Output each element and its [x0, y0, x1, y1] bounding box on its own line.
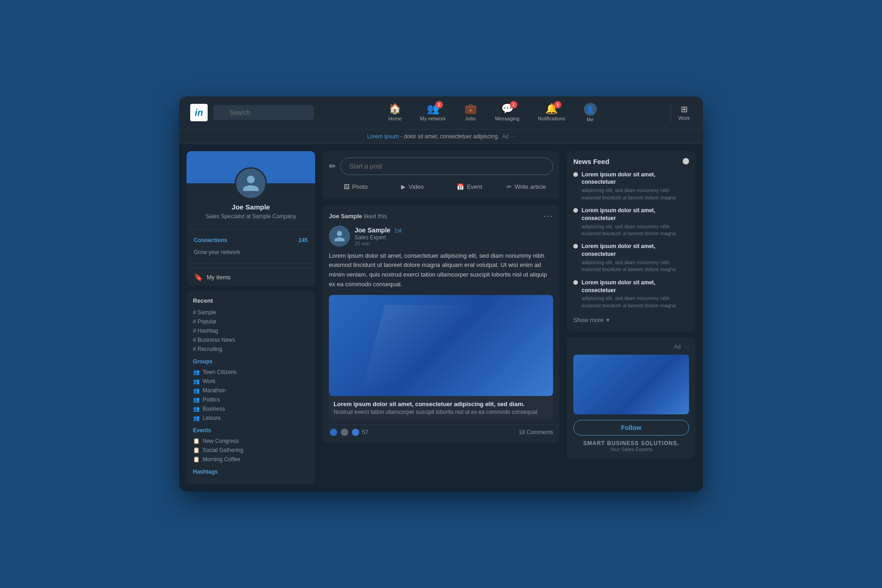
nav-notifications[interactable]: 🔔 1 Notifications — [536, 99, 567, 126]
post-image-caption: Lorem ipsum dolor sit amet, consectetuer… — [329, 396, 553, 420]
post-header: Joe Sample liked this ··· — [329, 211, 553, 221]
nav-work-item[interactable]: ⊞ Work — [677, 101, 692, 124]
ad-card-header: Ad ··· — [573, 344, 689, 350]
news-feed-dot — [683, 158, 689, 164]
left-sidebar: Joe Sample Sales Specialist at Sample Co… — [187, 151, 315, 485]
profile-title: Sales Specialist at Sample Company — [192, 213, 310, 220]
my-items[interactable]: 🔖 My items — [187, 268, 315, 286]
post-more-button[interactable]: ··· — [543, 211, 553, 221]
sidebar-item-popular[interactable]: # Popular — [193, 317, 309, 326]
sidebar-group-work[interactable]: 👥 Work — [193, 377, 309, 386]
news-bullet-3 — [573, 244, 578, 249]
group-icon: 👥 — [193, 415, 200, 421]
notifications-icon: 🔔 1 — [545, 103, 558, 115]
sidebar-group-politics[interactable]: 👥 Politics — [193, 395, 309, 404]
event-icon: 📋 — [193, 447, 200, 453]
sidebar-event-socialgathering[interactable]: 📋 Social Gathering — [193, 446, 309, 455]
news-item-title-3[interactable]: Lorem ipsum dolor sit amet, consectetuer — [582, 243, 689, 258]
news-bullet-2 — [573, 208, 578, 213]
nav-me-label: Me — [587, 117, 594, 122]
nav-home[interactable]: 🏠 Home — [386, 99, 403, 126]
sidebar-item-businessnews[interactable]: # Business News — [193, 335, 309, 345]
home-icon: 🏠 — [389, 103, 401, 115]
network-icon: 👥 2 — [427, 103, 439, 115]
network-badge: 2 — [435, 101, 443, 108]
recent-section: Recent # Sample # Popular # Hashtag # Bu… — [187, 291, 315, 484]
ad-banner-dots[interactable]: ··· — [510, 133, 515, 140]
connections-count[interactable]: 245 — [299, 237, 308, 243]
nav-center: 🏠 Home 👥 2 My network 💼 Jobs 💬 1 Messa — [320, 99, 665, 126]
group-icon: 👥 — [193, 378, 200, 384]
jobs-icon: 💼 — [464, 103, 477, 115]
news-feed-header: News Feed — [573, 158, 689, 165]
post-author-title: Sales Expert — [355, 234, 401, 241]
post-input[interactable] — [340, 158, 553, 175]
liked-by-name: Joe Sample — [329, 213, 362, 220]
sidebar-event-newcongress[interactable]: 📋 New Congress — [193, 436, 309, 446]
notifications-badge: 1 — [554, 101, 561, 108]
news-feed-card: News Feed Lorem ipsum dolor sit amet, co… — [567, 151, 695, 332]
sidebar-item-hashtag[interactable]: # Hashtag — [193, 326, 309, 335]
nav-network[interactable]: 👥 2 My network — [418, 99, 447, 126]
show-more-button[interactable]: Show more ▾ — [573, 315, 610, 325]
news-item-title-1[interactable]: Lorem ipsum dolor sit amet, consectetuer — [582, 171, 689, 187]
post-text: Lorem ipsum dolor sit amet, consectetuer… — [329, 251, 553, 289]
sidebar-group-business[interactable]: 👥 Business — [193, 404, 309, 413]
ad-banner-link[interactable]: Lorem ipsum — [367, 133, 399, 140]
sidebar-event-morningcoffee[interactable]: 📋 Morning Coffee — [193, 455, 309, 464]
ad-label: Ad — [674, 344, 681, 350]
sidebar-group-towncitizens[interactable]: 👥 Town Citizens — [193, 368, 309, 377]
photo-button[interactable]: 🖼 Photo — [329, 181, 382, 193]
nav-jobs[interactable]: 💼 Jobs — [463, 99, 479, 126]
grow-network[interactable]: Grow your network — [187, 247, 315, 260]
news-item-desc-3: adipiscing elit, sed diam nonummy nibh e… — [582, 259, 689, 273]
post-image — [329, 295, 553, 396]
news-item-title-2[interactable]: Lorem ipsum dolor sit amet, consectetuer — [582, 207, 689, 222]
nav-divider — [671, 103, 671, 122]
post-author-avatar[interactable] — [329, 226, 350, 247]
feed-post: Joe Sample liked this ··· Joe Sample — [322, 205, 560, 443]
profile-card: Joe Sample Sales Specialist at Sample Co… — [187, 151, 315, 287]
sidebar-group-marathon[interactable]: 👥 Marathon — [193, 386, 309, 395]
linkedin-logo[interactable]: in — [190, 104, 208, 121]
news-item-title-4[interactable]: Lorem ipsum dolor sit amet, consectetuer — [582, 279, 689, 294]
profile-avatar-wrap — [187, 167, 315, 199]
navbar: in 🔍 🏠 Home 👥 2 My network 💼 Jobs — [179, 96, 703, 130]
profile-connections: Connections 245 — [187, 233, 315, 247]
news-item-2: Lorem ipsum dolor sit amet, consectetuer… — [573, 207, 689, 237]
chevron-down-icon: ▾ — [606, 317, 610, 323]
edit-icon: ✏ — [329, 161, 336, 171]
post-avatar-icon — [333, 230, 346, 243]
event-icon: 📅 — [457, 183, 464, 190]
news-item-content-3: Lorem ipsum dolor sit amet, consectetuer… — [582, 243, 689, 273]
messaging-icon: 💬 1 — [501, 103, 514, 115]
photo-label: Photo — [352, 183, 368, 190]
post-author-name[interactable]: Joe Sample — [355, 226, 390, 234]
group-icon: 👥 — [193, 396, 200, 403]
article-button[interactable]: ✏ Write article — [500, 181, 553, 193]
event-button[interactable]: 📅 Event — [443, 181, 496, 193]
main-layout: Joe Sample Sales Specialist at Sample Co… — [179, 144, 703, 492]
nav-messaging-label: Messaging — [495, 116, 520, 121]
search-input[interactable] — [213, 105, 314, 120]
liked-text: liked this — [364, 213, 387, 220]
profile-avatar[interactable] — [235, 167, 267, 199]
event-icon: 📋 — [193, 438, 200, 444]
post-composer: ✏ 🖼 Photo ▶ Video 📅 Event — [322, 151, 560, 199]
sidebar-item-sample[interactable]: # Sample — [193, 308, 309, 317]
news-feed-title: News Feed — [573, 158, 609, 165]
news-bullet-4 — [573, 280, 578, 285]
sidebar-group-leisure[interactable]: 👥 Leisure — [193, 413, 309, 423]
nav-messaging[interactable]: 💬 1 Messaging — [493, 99, 521, 126]
sidebar-item-recruiting[interactable]: # Recruiting — [193, 345, 309, 354]
news-item-content-2: Lorem ipsum dolor sit amet, consectetuer… — [582, 207, 689, 237]
messaging-badge: 1 — [510, 101, 517, 108]
ad-more-icon[interactable]: ··· — [684, 344, 689, 350]
nav-me[interactable]: 👤 Me — [582, 99, 599, 126]
comments-count[interactable]: 18 Comments — [519, 429, 553, 435]
news-item-3: Lorem ipsum dolor sit amet, consectetuer… — [573, 243, 689, 273]
follow-button[interactable]: Follow — [573, 420, 689, 435]
video-button[interactable]: ▶ Video — [386, 181, 439, 193]
post-author-info: Joe Sample 1st Sales Expert 25 min — [355, 226, 401, 246]
post-liked-label: Joe Sample liked this — [329, 213, 387, 220]
